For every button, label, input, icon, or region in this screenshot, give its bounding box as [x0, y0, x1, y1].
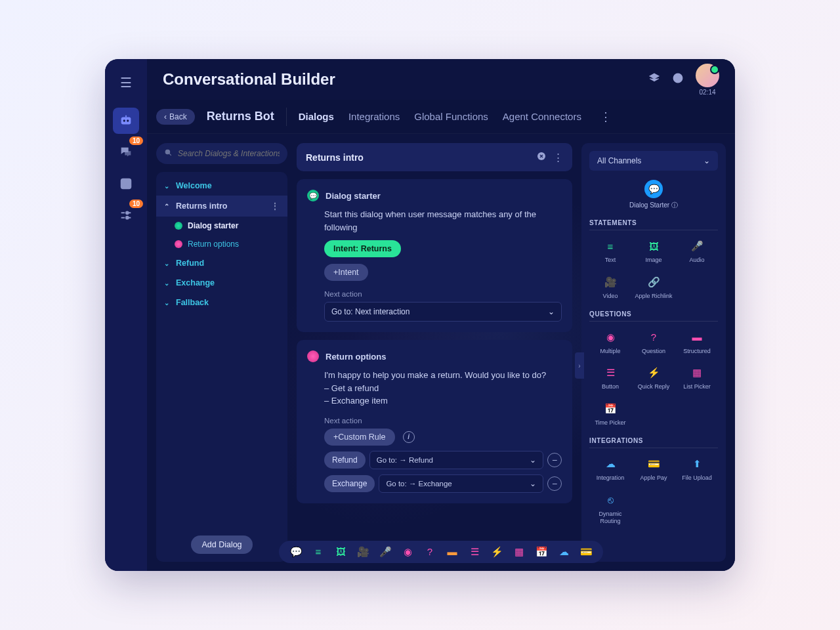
back-button[interactable]: ‹Back	[156, 109, 195, 125]
list-icon: ☰	[602, 365, 618, 381]
chevron-down-icon: ⌄	[704, 156, 710, 165]
chevron-down-icon: ⌄	[548, 307, 555, 316]
card-icon: ▬	[689, 329, 705, 345]
node-question[interactable]: ?Question	[633, 326, 675, 359]
layers-icon[interactable]	[648, 72, 660, 87]
rule-goto-select[interactable]: Go to: → Refund⌄	[369, 451, 543, 469]
rail-flow[interactable]: 10	[113, 202, 139, 228]
panel-collapse-handle[interactable]: ›	[575, 352, 584, 379]
tray-audio-icon[interactable]: 🎤	[379, 546, 392, 558]
node-button[interactable]: ☰Button	[589, 361, 631, 394]
menu-icon[interactable]: ☰	[120, 75, 132, 91]
svg-point-5	[126, 212, 129, 215]
node-dynamic-routing[interactable]: ⎋Dynamic Routing	[589, 488, 631, 529]
chevron-down-icon: ⌄	[164, 280, 171, 287]
node-structured[interactable]: ▬Structured	[676, 326, 718, 359]
close-icon[interactable]	[536, 151, 547, 163]
kebab-icon[interactable]: ⋮	[270, 201, 280, 211]
tree-fallback[interactable]: ⌄Fallback	[156, 293, 287, 312]
tray-image-icon[interactable]: 🖼	[334, 546, 347, 558]
node-audio[interactable]: 🎤Audio	[676, 234, 718, 268]
node-integration[interactable]: ☁Integration	[589, 452, 631, 486]
more-icon[interactable]: ⋮	[600, 110, 612, 124]
remove-rule-icon[interactable]: −	[547, 476, 562, 491]
tab-dialogs[interactable]: Dialogs	[299, 111, 334, 122]
node-richlink[interactable]: 🔗Apple Richlink	[633, 270, 675, 304]
node-video[interactable]: 🎥Video	[589, 270, 631, 304]
tree-returns-intro[interactable]: ⌃Returns intro⋮	[156, 196, 287, 217]
tree-return-options[interactable]: Return options	[156, 235, 287, 253]
channel-select[interactable]: All Channels ⌄	[589, 151, 718, 171]
tray-list-icon[interactable]: ☰	[468, 546, 481, 558]
tab-global-functions[interactable]: Global Functions	[414, 111, 488, 122]
text-icon: ≡	[602, 238, 618, 254]
rule-tag[interactable]: Exchange	[324, 475, 375, 492]
tray-bolt-icon[interactable]: ⚡	[490, 546, 503, 558]
tab-integrations[interactable]: Integrations	[348, 111, 400, 122]
video-icon: 🎥	[602, 274, 618, 290]
search-icon	[164, 148, 173, 159]
tree-exchange[interactable]: ⌄Exchange	[156, 273, 287, 293]
question-node-icon	[175, 240, 182, 248]
tray-question-icon[interactable]: ?	[423, 546, 436, 558]
intent-pill[interactable]: Intent: Returns	[324, 240, 401, 257]
badge-flow: 10	[129, 200, 143, 208]
section-questions: QUESTIONS	[589, 310, 718, 322]
help-icon[interactable]	[672, 72, 684, 87]
tray-cloud-icon[interactable]: ☁	[557, 546, 570, 558]
tray-calendar-icon[interactable]: 📅	[535, 546, 548, 558]
divider	[286, 108, 287, 126]
rail-builder[interactable]	[113, 108, 139, 134]
info-icon[interactable]: i	[403, 431, 415, 443]
rule-goto-select[interactable]: Go to: → Exchange⌄	[379, 474, 543, 493]
chat-bubble-icon: 💬	[307, 190, 319, 201]
dialog-tree: ⌄Welcome ⌃Returns intro⋮ Dialog starter …	[156, 172, 287, 562]
bolt-icon: ⚡	[646, 365, 662, 381]
tray-video-icon[interactable]: 🎥	[356, 546, 369, 558]
palette-dialog-starter[interactable]: 💬 Dialog Starter ⓘ	[589, 180, 718, 210]
user-menu[interactable]: 02:14	[696, 64, 719, 96]
node-apple-pay[interactable]: 💳Apple Pay	[633, 452, 675, 486]
canvas-title: Returns intro	[306, 152, 530, 163]
node-palette: All Channels ⌄ 💬 Dialog Starter ⓘ STATEM…	[581, 143, 726, 562]
tab-agent-connectors[interactable]: Agent Connectors	[503, 111, 581, 122]
section-integrations: INTEGRATIONS	[589, 437, 718, 448]
tray-chat-icon[interactable]: 💬	[289, 546, 303, 558]
svg-point-8	[677, 80, 678, 81]
tray-grid-icon[interactable]: ▦	[513, 546, 526, 558]
node-text[interactable]: ≡Text	[589, 234, 631, 268]
remove-rule-icon[interactable]: −	[547, 453, 562, 467]
tray-card-icon[interactable]: ▬	[446, 546, 459, 558]
search-input[interactable]	[178, 149, 280, 158]
tree-refund[interactable]: ⌄Refund	[156, 253, 287, 273]
node-list-picker[interactable]: ▦List Picker	[676, 361, 718, 394]
node-quick-reply[interactable]: ⚡Quick Reply	[633, 361, 675, 394]
tray-text-icon[interactable]: ≡	[312, 546, 325, 558]
node-file-upload[interactable]: ⬆File Upload	[676, 452, 718, 486]
add-intent-button[interactable]: +Intent	[324, 264, 368, 281]
tray-multiple-icon[interactable]: ◉	[401, 546, 414, 558]
tray-creditcard-icon[interactable]: 💳	[579, 546, 593, 558]
rule-row-exchange: Exchange Go to: → Exchange⌄ −	[307, 474, 562, 493]
chevron-down-icon: ⌄	[164, 260, 171, 267]
chevron-down-icon: ⌄	[530, 455, 536, 465]
svg-point-9	[165, 150, 169, 154]
badge-chat: 10	[129, 136, 143, 145]
microphone-icon: 🎤	[689, 238, 705, 254]
tree-welcome[interactable]: ⌄Welcome	[156, 176, 287, 196]
card-menu-icon[interactable]: ⋮	[553, 152, 563, 163]
node-multiple[interactable]: ◉Multiple	[589, 326, 631, 359]
svg-rect-3	[125, 116, 127, 117]
tree-dialog-starter[interactable]: Dialog starter	[156, 217, 287, 235]
rule-tag[interactable]: Refund	[324, 452, 366, 469]
rail-conversations[interactable]: 10	[113, 139, 139, 165]
search-box[interactable]	[156, 143, 287, 164]
next-action-select[interactable]: Go to: Next interaction ⌄	[324, 302, 562, 322]
node-time-picker[interactable]: 📅Time Picker	[589, 397, 631, 430]
nav-rail: ☰ 10 10	[105, 59, 147, 571]
calendar-icon: 📅	[602, 401, 618, 417]
custom-rule-button[interactable]: +Custom Rule	[324, 429, 395, 446]
node-image[interactable]: 🖼Image	[633, 234, 675, 268]
rail-analytics[interactable]	[113, 171, 139, 197]
add-dialog-button[interactable]: Add Dialog	[191, 536, 252, 554]
